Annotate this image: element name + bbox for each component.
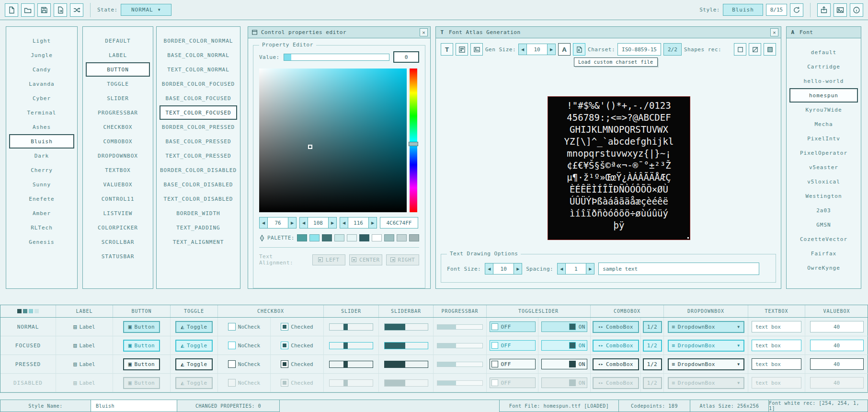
screenshot-button[interactable] [834, 3, 847, 17]
toggle-knob[interactable] [491, 361, 498, 367]
property-item[interactable]: BORDER_COLOR_NORMAL [160, 34, 237, 48]
property-item[interactable]: TEXT_COLOR_NORMAL [160, 62, 237, 77]
font-item[interactable]: Mecha [789, 117, 858, 131]
palette-swatch[interactable] [409, 234, 419, 241]
control-item[interactable]: LISTVIEW [86, 206, 150, 220]
property-item[interactable]: TEXT_PADDING [160, 220, 237, 235]
slider-knob[interactable] [343, 361, 348, 367]
save-style-button[interactable] [37, 3, 51, 17]
toggleslider-on[interactable]: ON [541, 359, 587, 369]
combobox-preview[interactable]: ◂▸ComboBox [593, 340, 639, 352]
close-button[interactable]: × [420, 28, 428, 36]
style-item[interactable]: Light [9, 34, 74, 48]
font-atlas-preview[interactable]: !"#$%&'()*+,-./0123 456789:;<=>?@ABCDEF … [548, 96, 690, 240]
button-preview[interactable]: ▣Button [123, 321, 160, 333]
font-item[interactable]: default [789, 45, 858, 59]
slider-preview[interactable] [329, 323, 373, 331]
property-item[interactable]: BORDER_WIDTH [160, 206, 237, 220]
font-item[interactable]: Fairfax [789, 246, 858, 261]
dropdownbox-preview[interactable]: ≡DropdownBox▼ [668, 340, 744, 352]
font-item-selected[interactable]: homespun [789, 88, 858, 103]
decrease-button[interactable]: ◀ [299, 217, 308, 229]
shapes-rec-fill-button[interactable] [764, 43, 776, 56]
align-right-button[interactable]: RIGHT [386, 254, 419, 265]
property-item[interactable]: BORDER_COLOR_PRESSED [160, 120, 237, 134]
control-item[interactable]: TOGGLE [86, 77, 150, 91]
palette-swatch[interactable] [384, 234, 394, 241]
toggleslider-off[interactable]: OFF [490, 321, 536, 332]
control-item[interactable]: CONTROL11 [86, 192, 150, 206]
control-item[interactable]: STATUSBAR [86, 249, 150, 263]
toggleslider-off[interactable]: OFF [490, 340, 536, 351]
about-button[interactable] [850, 3, 863, 17]
slider-knob[interactable] [343, 343, 348, 349]
hue-bar[interactable] [410, 69, 417, 212]
palette-swatch[interactable] [309, 234, 320, 241]
style-item[interactable]: Ashes [9, 120, 74, 134]
palette-swatch[interactable] [359, 234, 369, 241]
default-charset-button[interactable]: A [558, 43, 571, 56]
font-item[interactable]: hello-world [789, 74, 858, 88]
checkbox-unchecked[interactable] [228, 342, 236, 349]
font-size-value[interactable]: 10 [493, 263, 514, 275]
textbox-preview[interactable]: text box [752, 321, 801, 332]
export-style-button[interactable] [54, 3, 67, 17]
toggle-preview[interactable]: ◭Toggle [175, 340, 212, 352]
sample-text-input[interactable]: sample text [598, 263, 759, 275]
combobox-count[interactable]: 1/2 [643, 321, 662, 333]
control-item[interactable]: DROPDOWNBOX [86, 149, 150, 163]
increase-button[interactable]: ▶ [586, 263, 594, 275]
new-style-button[interactable] [5, 3, 18, 17]
close-button[interactable]: × [770, 28, 778, 36]
font-item[interactable]: PixelOperator [789, 146, 858, 160]
property-item-selected[interactable]: TEXT_COLOR_FOCUSED [160, 105, 237, 120]
style-item[interactable]: Enefete [9, 192, 74, 206]
gen-size-value[interactable]: 10 [527, 44, 547, 55]
sliderbar-preview[interactable] [384, 323, 428, 331]
palette-swatch[interactable] [334, 234, 344, 241]
checkbox-unchecked[interactable] [228, 323, 236, 331]
valuebox-preview[interactable]: 40 [810, 321, 864, 332]
palette-swatch[interactable] [397, 234, 407, 241]
green-value[interactable]: 108 [308, 217, 328, 229]
charset-value-box[interactable]: ISO-8859-15 [617, 43, 661, 56]
checkbox-checked[interactable] [281, 323, 288, 331]
property-item[interactable]: TEXT_COLOR_PRESSED [160, 149, 237, 163]
slider-preview[interactable] [329, 342, 373, 349]
control-item[interactable]: LABEL [86, 48, 150, 62]
atlas-view-button[interactable] [456, 43, 468, 56]
decrease-button[interactable]: ◀ [518, 44, 527, 55]
font-item[interactable]: Cartridge [789, 59, 858, 74]
style-item[interactable]: Cyber [9, 91, 74, 105]
export-code-button[interactable] [817, 3, 831, 17]
control-item[interactable]: SLIDER [86, 91, 150, 105]
increase-button[interactable]: ▶ [547, 44, 556, 55]
property-item[interactable]: BASE_COLOR_FOCUSED [160, 91, 237, 105]
decrease-button[interactable]: ◀ [340, 217, 348, 229]
randomize-style-button[interactable] [70, 3, 83, 17]
control-item[interactable]: TEXTBOX [86, 163, 150, 177]
font-item[interactable]: PixelIntv [789, 131, 858, 146]
style-item[interactable]: Genesis [9, 235, 74, 249]
hue-handle[interactable] [409, 142, 418, 146]
toggle-knob[interactable] [491, 342, 498, 349]
toggleslider-off[interactable]: OFF [490, 359, 536, 369]
font-text-button[interactable]: T [441, 43, 453, 56]
sliderbar-preview[interactable] [384, 361, 428, 368]
dropdownbox-preview[interactable]: ≡DropdownBox▼ [668, 358, 744, 370]
dropdownbox-preview[interactable]: ≡DropdownBox▼ [668, 321, 744, 333]
sliderbar-preview[interactable] [384, 342, 428, 349]
property-item[interactable]: BASE_COLOR_DISABLED [160, 177, 237, 192]
checkbox-unchecked[interactable] [228, 360, 236, 368]
font-item[interactable]: Kyrou7Wide [789, 103, 858, 117]
control-item[interactable]: VALUEBOX [86, 177, 150, 192]
checkbox-checked[interactable] [281, 342, 288, 349]
increase-button[interactable]: ▶ [288, 217, 297, 229]
spacing-value[interactable]: 1 [566, 263, 586, 275]
style-item-selected[interactable]: Bluish [9, 134, 74, 149]
toggle-preview[interactable]: ◭Toggle [175, 358, 212, 370]
reload-style-button[interactable] [790, 3, 803, 17]
charset-count-box[interactable]: 2/2 [663, 43, 682, 56]
style-item[interactable]: Sunny [9, 177, 74, 192]
state-dropdown[interactable]: NORMAL ▼ [121, 4, 171, 16]
